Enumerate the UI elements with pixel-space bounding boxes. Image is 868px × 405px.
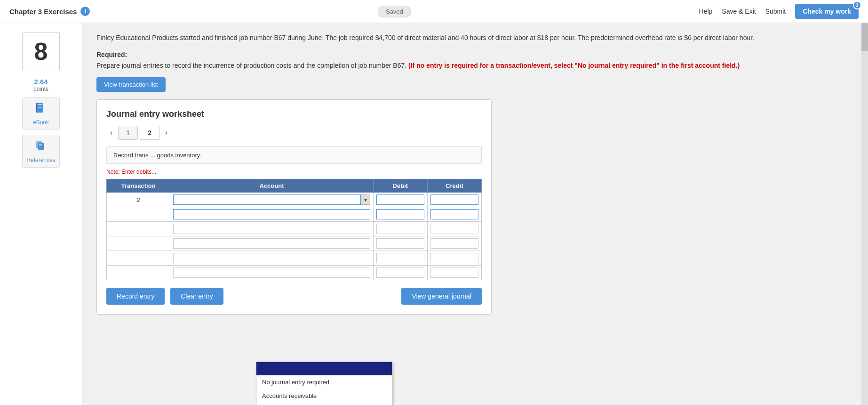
transaction-cell — [107, 222, 170, 236]
credit-input[interactable] — [430, 209, 478, 219]
table-row: 2 ▼ — [107, 193, 482, 207]
tab-2[interactable]: 2 — [140, 126, 159, 140]
debit-cell — [373, 207, 427, 222]
account-cell — [170, 251, 374, 266]
help-link[interactable]: Help — [699, 8, 713, 15]
credit-cell — [427, 222, 481, 236]
credit-input[interactable] — [430, 267, 478, 278]
debit-cell — [373, 266, 427, 280]
worksheet-title: Journal entry worksheet — [106, 109, 482, 119]
points-value: 2.64 — [33, 78, 48, 86]
account-cell: ▼ — [170, 193, 374, 207]
svg-rect-5 — [36, 103, 37, 113]
debit-input[interactable] — [376, 253, 424, 263]
note-text: Note: Enter debits... — [106, 169, 482, 175]
debit-cell — [373, 236, 427, 251]
account-cell — [170, 222, 374, 236]
question-body: Finley Educational Products started and … — [96, 32, 847, 43]
references-icon — [34, 139, 48, 155]
top-bar: Chapter 3 Exercises i Saved Help Save & … — [0, 0, 868, 23]
worksheet-card: Journal entry worksheet ‹ 1 2 › Record t… — [96, 99, 492, 315]
account-input[interactable] — [173, 238, 370, 249]
check-my-work-button[interactable]: Check my work 2 — [795, 4, 859, 19]
info-icon[interactable]: i — [80, 7, 90, 16]
scrollbar-track[interactable] — [861, 23, 868, 405]
clear-entry-button[interactable]: Clear entry — [170, 288, 223, 305]
svg-rect-1 — [38, 104, 42, 105]
table-row — [107, 222, 482, 236]
table-row — [107, 251, 482, 266]
debit-cell — [373, 222, 427, 236]
account-input[interactable] — [173, 253, 370, 263]
record-entry-button[interactable]: Record entry — [106, 288, 165, 305]
svg-rect-8 — [39, 144, 42, 145]
top-bar-right: Help Save & Exit Submit Check my work 2 — [699, 4, 859, 19]
svg-rect-3 — [38, 107, 42, 108]
table-row — [107, 266, 482, 280]
transaction-cell — [107, 236, 170, 251]
debit-input[interactable] — [376, 238, 424, 249]
transaction-text-end: ... goods inventory. — [150, 152, 201, 159]
saved-badge: Saved — [378, 6, 411, 17]
points-label: points — [33, 86, 48, 92]
col-account-header: Account — [170, 179, 374, 193]
dropdown-header — [256, 362, 392, 375]
dropdown-item-accounts-receivable[interactable]: Accounts receivable — [256, 389, 392, 403]
tab-next-arrow[interactable]: › — [161, 127, 171, 139]
transaction-description: Record trans ... goods inventory. — [106, 146, 482, 164]
account-input[interactable] — [173, 267, 370, 278]
debit-input[interactable] — [376, 194, 424, 205]
table-wrapper: Transaction Account Debit Credit — [106, 179, 482, 280]
table-row — [107, 236, 482, 251]
submit-link[interactable]: Submit — [765, 8, 786, 15]
svg-rect-10 — [39, 147, 41, 147]
tab-prev-arrow[interactable]: ‹ — [106, 127, 116, 139]
table-row — [107, 207, 482, 222]
references-label: References — [26, 157, 55, 163]
ebook-icon — [34, 101, 48, 117]
saved-status-area: Saved — [378, 8, 411, 15]
account-cell — [170, 266, 374, 280]
main-layout: 8 2.64 points eBook — [0, 23, 868, 405]
credit-input[interactable] — [430, 238, 478, 249]
svg-rect-2 — [38, 106, 42, 106]
sidebar: 8 2.64 points eBook — [0, 23, 82, 405]
col-debit-header: Debit — [373, 179, 427, 193]
dropdown-arrow-icon[interactable]: ▼ — [361, 194, 370, 205]
tabs: ‹ 1 2 › — [106, 126, 482, 140]
account-cell — [170, 207, 374, 222]
debit-input[interactable] — [376, 267, 424, 278]
check-badge: 2 — [853, 1, 861, 9]
credit-input[interactable] — [430, 224, 478, 234]
account-input[interactable] — [173, 224, 370, 234]
account-input[interactable] — [173, 209, 370, 219]
col-transaction-header: Transaction — [107, 179, 170, 193]
debit-input[interactable] — [376, 224, 424, 234]
account-dropdown[interactable]: No journal entry required Accounts recei… — [256, 362, 392, 405]
transaction-cell — [107, 251, 170, 266]
top-bar-left: Chapter 3 Exercises i — [9, 7, 90, 16]
required-text: Prepare journal entries to record the in… — [96, 62, 406, 69]
question-number: 8 — [34, 37, 48, 65]
debit-cell — [373, 251, 427, 266]
debit-input[interactable] — [376, 209, 424, 219]
tab-1[interactable]: 1 — [118, 126, 138, 140]
debit-cell — [373, 193, 427, 207]
save-exit-link[interactable]: Save & Exit — [722, 8, 756, 15]
dropdown-item-no-entry[interactable]: No journal entry required — [256, 375, 392, 389]
dropdown-item-accumulated-depreciation[interactable]: Accumulated depreciation — [256, 403, 392, 405]
svg-rect-4 — [38, 109, 41, 109]
ebook-button[interactable]: eBook — [22, 97, 60, 130]
view-transaction-button[interactable]: View transaction list — [96, 77, 166, 92]
scrollbar-thumb[interactable] — [861, 23, 868, 51]
credit-cell — [427, 207, 481, 222]
credit-input[interactable] — [430, 253, 478, 263]
col-credit-header: Credit — [427, 179, 481, 193]
view-general-journal-button[interactable]: View general journal — [401, 288, 482, 305]
svg-rect-9 — [39, 146, 42, 146]
references-button[interactable]: References — [22, 135, 60, 168]
transaction-cell: 2 — [107, 193, 170, 207]
credit-input[interactable] — [430, 194, 478, 205]
account-input[interactable] — [173, 194, 361, 205]
required-label: Required: — [96, 51, 127, 58]
